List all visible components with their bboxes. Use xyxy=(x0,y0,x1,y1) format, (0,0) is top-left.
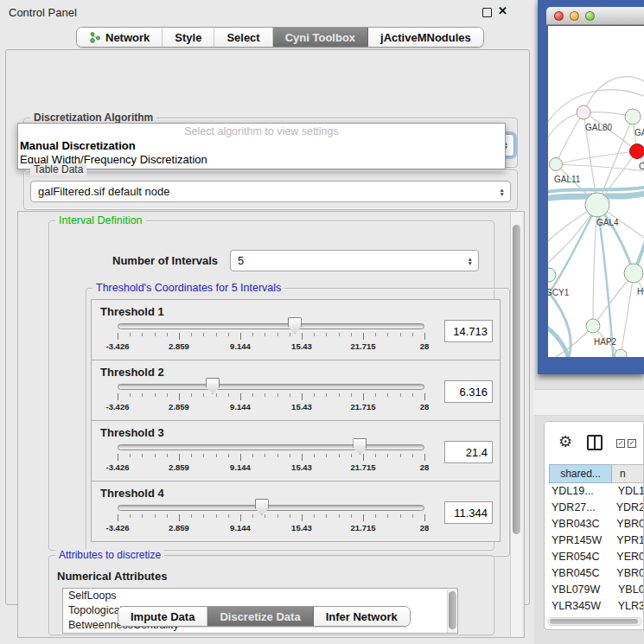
checkbox-icon[interactable]: ✓ xyxy=(616,439,625,448)
tick-mark xyxy=(277,333,278,336)
cell-shared-name: YPR145W xyxy=(549,532,610,549)
table-data-combobox[interactable]: galFiltered.sif default node ▲▼ xyxy=(30,181,511,202)
slider-track[interactable] xyxy=(118,384,424,390)
tick-mark xyxy=(203,454,204,457)
slider-tick-labels: -3.4262.8599.14415.4321.71528 xyxy=(118,341,424,351)
dropdown-option-manual[interactable]: Manual Discretization xyxy=(18,138,505,152)
table-row[interactable]: YDL19...YDL1 xyxy=(549,483,644,500)
settings-scrollbar[interactable] xyxy=(510,213,522,637)
tab-discretize-data[interactable]: Discretize Data xyxy=(207,607,313,626)
tick-label: 2.859 xyxy=(169,402,189,411)
attributes-list-scrollbar[interactable] xyxy=(447,590,456,634)
tick-label: 21.715 xyxy=(350,341,375,351)
tick-mark xyxy=(142,333,143,336)
tick-mark xyxy=(179,454,180,461)
checkbox-icon[interactable]: ✓ xyxy=(628,439,636,448)
table-row[interactable]: YER054CYER0 xyxy=(549,549,644,565)
table-row[interactable]: YBR045CYBR0 xyxy=(549,565,644,582)
tab-network[interactable]: Network xyxy=(77,28,163,47)
network-node[interactable] xyxy=(548,268,556,282)
tick-mark xyxy=(240,393,241,400)
tab-jactivemnodules[interactable]: jActiveMNodules xyxy=(368,28,483,47)
scrollbar-thumb[interactable] xyxy=(513,225,520,534)
tick-mark xyxy=(130,333,131,336)
table-row[interactable]: YIL052CYIL0 xyxy=(549,615,644,616)
number-of-intervals-combobox[interactable]: 5 ▲▼ xyxy=(230,250,479,271)
panel-title: Control Panel xyxy=(9,6,77,19)
tick-mark xyxy=(375,393,376,397)
table-row[interactable]: YLR345WYLR3 xyxy=(549,598,644,615)
node-label: GAL80 xyxy=(585,123,613,132)
node-label: GAL4 xyxy=(596,218,619,227)
tab-cyni-toolbox[interactable]: Cyni Toolbox xyxy=(273,28,368,47)
tab-select[interactable]: Select xyxy=(214,28,272,47)
threshold-value-field[interactable] xyxy=(444,501,493,524)
network-canvas[interactable]: GAL80GACGAL11GAL4GCY1HHAP2 xyxy=(548,26,644,357)
network-node[interactable] xyxy=(630,144,644,159)
table-row[interactable]: YBR043CYBR0 xyxy=(549,516,644,532)
cell-name: YLR3 xyxy=(612,598,644,615)
column-header-shared-name[interactable]: shared... xyxy=(549,464,612,483)
slider-track[interactable] xyxy=(118,323,424,329)
zoom-traffic-light[interactable] xyxy=(585,11,595,21)
tab-impute-data[interactable]: Impute Data xyxy=(118,607,207,626)
threshold-slider[interactable]: -3.4262.8599.14415.4321.71528 xyxy=(118,300,424,361)
close-icon[interactable]: ✕ xyxy=(498,4,507,17)
network-node[interactable] xyxy=(624,264,643,283)
scrollbar-thumb[interactable] xyxy=(550,619,638,624)
tick-mark xyxy=(387,454,388,457)
tick-mark xyxy=(179,514,180,521)
gear-icon[interactable]: ⚙ xyxy=(558,432,572,451)
tick-mark xyxy=(363,333,364,340)
slider-thumb[interactable] xyxy=(353,438,367,455)
table-row[interactable]: YBL079WYBL0 xyxy=(549,582,644,598)
bottom-tab-bar: Impute Data Discretize Data Infer Networ… xyxy=(118,606,411,627)
tab-style[interactable]: Style xyxy=(163,28,214,47)
table-row[interactable]: YPR145WYPR1 xyxy=(549,532,644,549)
threshold-value-field[interactable] xyxy=(444,380,493,403)
slider-thumb[interactable] xyxy=(206,378,220,394)
network-node[interactable] xyxy=(577,105,590,119)
tick-mark xyxy=(240,333,241,340)
cell-shared-name: YBL079W xyxy=(549,582,612,598)
network-node[interactable] xyxy=(615,349,627,357)
network-node[interactable] xyxy=(586,319,600,333)
tick-mark xyxy=(277,393,278,397)
scrollbar-thumb[interactable] xyxy=(449,591,456,629)
network-node[interactable] xyxy=(585,193,609,217)
network-node[interactable] xyxy=(625,109,641,124)
threshold-value-field[interactable] xyxy=(444,441,493,463)
close-traffic-light[interactable] xyxy=(554,11,564,21)
tick-mark xyxy=(400,514,401,518)
threshold-value-field[interactable] xyxy=(444,320,493,342)
tick-mark xyxy=(155,454,156,457)
network-window-titlebar[interactable] xyxy=(546,7,644,25)
table-horizontal-scrollbar[interactable] xyxy=(547,617,642,626)
tick-label: 15.43 xyxy=(291,462,312,472)
slider-track[interactable] xyxy=(118,505,424,511)
tick-mark xyxy=(203,514,204,518)
threshold-slider[interactable]: -3.4262.8599.14415.4321.71528 xyxy=(118,421,424,482)
tab-infer-network[interactable]: Infer Network xyxy=(314,607,410,626)
slider-tick-labels: -3.4262.8599.14415.4321.71528 xyxy=(118,523,424,532)
tick-mark xyxy=(118,454,118,461)
dropdown-option-equal-width[interactable]: Equal Width/Frequency Discretization xyxy=(18,152,505,166)
slider-thumb[interactable] xyxy=(288,317,302,334)
float-window-icon[interactable] xyxy=(482,8,492,17)
split-columns-icon[interactable] xyxy=(587,435,603,450)
numerical-attributes-label: Numerical Attributes xyxy=(57,570,167,583)
column-header-name[interactable]: n xyxy=(612,464,644,483)
slider-thumb[interactable] xyxy=(255,499,269,515)
interval-definition-group: Interval Definition Number of Intervals … xyxy=(48,220,494,551)
threshold-slider[interactable]: -3.4262.8599.14415.4321.71528 xyxy=(118,481,424,543)
tick-mark xyxy=(142,514,143,518)
cell-shared-name: YDR27... xyxy=(549,500,610,516)
slider-track[interactable] xyxy=(118,444,424,450)
network-node[interactable] xyxy=(550,158,563,171)
threshold-slider[interactable]: -3.4262.8599.14415.4321.71528 xyxy=(118,360,424,422)
attribute-list-item[interactable]: SelfLoops xyxy=(63,589,457,603)
minimize-traffic-light[interactable] xyxy=(570,11,579,21)
tick-mark xyxy=(339,514,340,518)
tick-mark xyxy=(424,514,425,521)
table-row[interactable]: YDR27...YDR2 xyxy=(549,500,644,516)
